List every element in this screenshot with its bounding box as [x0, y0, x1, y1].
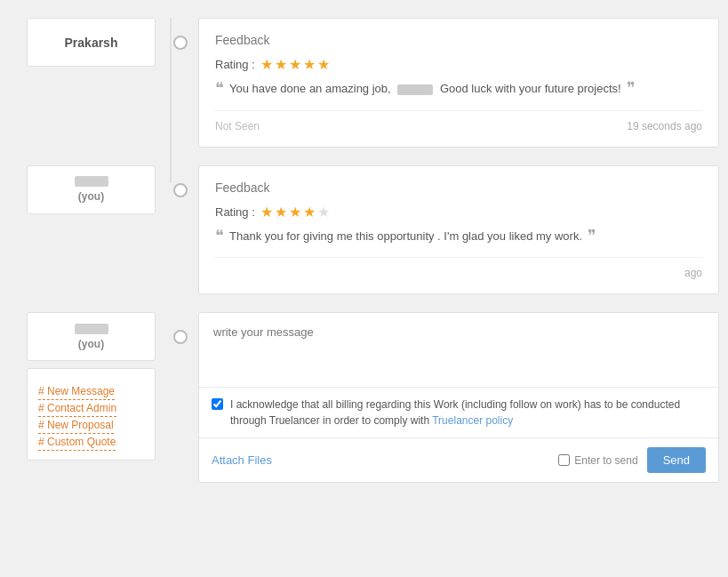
content-panel-compose: I acknowledge that all billing regarding… — [198, 312, 719, 483]
star-4: ★ — [303, 56, 316, 73]
left-panel-prakarsh: Prakarsh — [9, 18, 173, 67]
star-1-you: ★ — [260, 204, 273, 220]
timeline-dot-you-feedback — [173, 183, 188, 197]
user-card-compose: (you) — [27, 312, 156, 361]
page-wrapper: Prakarsh Feedback Rating : ★ ★ ★ ★ ★ — [0, 0, 728, 518]
you-label-compose: (you) — [78, 338, 104, 350]
rating-row-prakarsh: Rating : ★ ★ ★ ★ ★ — [215, 56, 702, 73]
stars-prakarsh: ★ ★ ★ ★ ★ — [260, 56, 330, 73]
feedback-card-prakarsh: Feedback Rating : ★ ★ ★ ★ ★ ❝ — [198, 18, 719, 148]
compose-footer: Attach Files Enter to send Send — [199, 438, 718, 482]
rating-label: Rating : — [215, 58, 255, 71]
user-name-prakarsh: Prakarsh — [65, 36, 118, 50]
time-ago-prakarsh: 19 seconds ago — [627, 120, 702, 132]
close-quote-icon-you: ❞ — [588, 228, 596, 244]
star-5: ★ — [317, 56, 330, 73]
attach-files-link[interactable]: Attach Files — [212, 453, 272, 467]
star-2: ★ — [275, 56, 287, 73]
new-proposal-link[interactable]: # New Proposal — [38, 419, 114, 434]
open-quote-icon-you: ❝ — [215, 228, 224, 244]
timeline-row-compose: (you) # New Message # Contact Admin # Ne… — [9, 312, 719, 483]
content-panel-prakarsh: Feedback Rating : ★ ★ ★ ★ ★ ❝ — [198, 18, 719, 148]
footer-right: Enter to send Send — [558, 447, 706, 473]
star-5-you: ★ — [317, 204, 330, 220]
star-3: ★ — [289, 56, 301, 73]
star-4-you: ★ — [303, 204, 316, 220]
rating-label-you: Rating : — [215, 205, 255, 219]
acknowledge-row: I acknowledge that all billing regarding… — [199, 388, 718, 438]
star-2-you: ★ — [275, 204, 287, 220]
timeline-row-prakarsh: Prakarsh Feedback Rating : ★ ★ ★ ★ ★ — [9, 18, 719, 148]
rating-row-you: Rating : ★ ★ ★ ★ ★ — [215, 204, 702, 220]
section-prakarsh: Prakarsh Feedback Rating : ★ ★ ★ ★ ★ — [9, 18, 719, 165]
feedback-card-you: Feedback Rating : ★ ★ ★ ★ ★ ❝ Thank — [198, 165, 719, 295]
not-seen-label: Not Seen — [215, 120, 260, 132]
feedback-footer-you: ago — [215, 257, 702, 279]
quote-end-text: Good luck with your future projects! — [440, 82, 621, 95]
ack-text: I acknowledge that all billing regarding… — [230, 397, 706, 429]
left-panel-you-feedback: (you) — [9, 165, 173, 214]
time-ago-you: ago — [684, 267, 702, 279]
content-panel-you-feedback: Feedback Rating : ★ ★ ★ ★ ★ ❝ Thank — [198, 165, 719, 295]
quote-text-you: ❝ Thank you for giving me this opportuni… — [215, 228, 702, 245]
new-message-link[interactable]: # New Message — [38, 385, 115, 400]
avatar-placeholder-compose — [75, 324, 108, 334]
feedback-title-prakarsh: Feedback — [215, 33, 702, 47]
section-compose: (you) # New Message # Contact Admin # Ne… — [9, 312, 719, 501]
feedback-footer-prakarsh: Not Seen 19 seconds ago — [215, 110, 702, 132]
quote-start-text: You have done an amazing job, — [229, 82, 391, 95]
custom-quote-link[interactable]: # Custom Quote — [38, 436, 116, 451]
left-panel-compose: (you) # New Message # Contact Admin # Ne… — [9, 312, 173, 461]
quote-content-you: Thank you for giving me this opportunity… — [229, 228, 582, 245]
timeline-dot-compose — [173, 330, 188, 344]
avatar-placeholder-you — [75, 176, 108, 187]
section-you-feedback: (you) Feedback Rating : ★ ★ ★ ★ ★ — [9, 165, 719, 313]
feedback-title-you: Feedback — [215, 180, 702, 195]
user-card-prakarsh: Prakarsh — [27, 18, 156, 67]
star-1: ★ — [260, 56, 273, 73]
star-3-you: ★ — [289, 204, 301, 220]
quote-content-prakarsh: You have done an amazing job, Good luck … — [229, 80, 621, 98]
close-quote-icon: ❞ — [627, 80, 636, 96]
send-button[interactable]: Send — [647, 447, 706, 473]
acknowledge-checkbox[interactable] — [212, 398, 223, 410]
blurred-name — [397, 84, 433, 95]
timeline-dot-prakarsh — [173, 36, 188, 50]
action-links: # New Message # Contact Admin # New Prop… — [38, 385, 144, 451]
enter-to-send-label: Enter to send — [574, 454, 637, 467]
you-label: (you) — [78, 190, 104, 203]
open-quote-icon: ❝ — [215, 80, 224, 96]
user-card-you-feedback: (you) — [27, 165, 156, 214]
timeline-row-you-feedback: (you) Feedback Rating : ★ ★ ★ ★ ★ — [9, 165, 719, 295]
enter-to-send-checkbox[interactable] — [558, 454, 570, 466]
compose-card: I acknowledge that all billing regarding… — [198, 312, 719, 483]
action-card: # New Message # Contact Admin # New Prop… — [27, 368, 156, 461]
truelancer-policy-link[interactable]: Truelancer policy — [432, 414, 513, 427]
enter-to-send-wrap: Enter to send — [558, 454, 637, 467]
quote-text-prakarsh: ❝ You have done an amazing job, Good luc… — [215, 80, 702, 98]
message-textarea[interactable] — [199, 313, 718, 384]
contact-admin-link[interactable]: # Contact Admin — [38, 402, 116, 417]
stars-you: ★ ★ ★ ★ ★ — [260, 204, 330, 220]
